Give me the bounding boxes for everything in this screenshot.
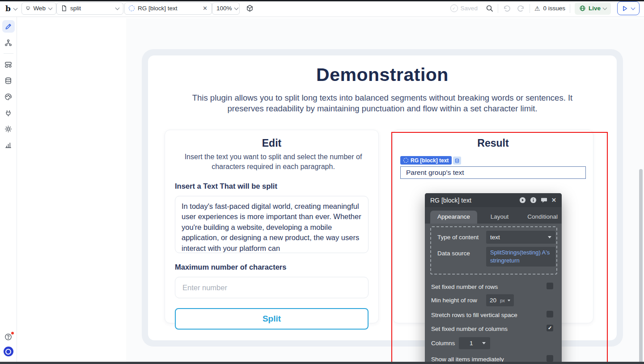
toolbar: b Web split RG [block] text ✕ 100% ✓ Sav… — [0, 0, 644, 17]
caret-down-icon — [482, 342, 486, 344]
data-source-label: Data source — [437, 250, 470, 257]
left-icon-rail — [0, 17, 17, 363]
design-tab-pencil-icon[interactable] — [2, 20, 15, 33]
data-source-field[interactable]: SplitStrings(testing) A's stringreturn — [486, 247, 555, 267]
tab-conditional[interactable]: Conditional — [520, 211, 562, 224]
max-characters-label: Maximum number of characters — [175, 263, 369, 271]
fixed-rows-checkbox[interactable] — [547, 283, 553, 289]
caret-down-icon — [508, 300, 510, 301]
element-tab[interactable]: RG [block] text ✕ — [124, 2, 212, 15]
tab-layout[interactable]: Layout — [483, 211, 516, 224]
inspector-title: RG [block] text — [430, 197, 515, 204]
chevron-down-icon — [48, 5, 52, 10]
page-dropdown[interactable]: split — [56, 2, 123, 15]
columns-select[interactable]: 1 — [459, 337, 490, 349]
columns-label: Columns — [431, 340, 455, 347]
max-characters-input[interactable] — [175, 277, 369, 298]
play-icon — [622, 5, 628, 12]
data-tab-database-icon[interactable] — [2, 74, 15, 87]
close-icon[interactable]: ✕ — [551, 197, 556, 203]
logo-chevron-down-icon[interactable] — [13, 6, 17, 11]
repeating-group-cell[interactable]: Parent group's text — [400, 166, 586, 179]
info-icon[interactable] — [530, 197, 537, 203]
page-icon — [61, 5, 67, 12]
logs-tab-chart-icon[interactable] — [2, 139, 15, 151]
preview-icon[interactable] — [519, 197, 526, 203]
warning-icon: ⚠ — [534, 5, 540, 12]
inspector-tabs: Appearance Layout Conditional — [425, 207, 562, 224]
design-canvas[interactable]: Demonstration This plugin allows you to … — [126, 18, 644, 364]
page-title: Demonstration — [148, 64, 617, 85]
stretch-rows-checkbox[interactable] — [547, 311, 553, 317]
platform-dropdown[interactable]: Web — [21, 2, 56, 15]
fixed-columns-label: Set fixed number of columns — [431, 326, 508, 332]
bubble-logo-icon[interactable]: b — [5, 4, 10, 13]
app-avatar[interactable] — [4, 347, 13, 356]
repeating-group-icon — [403, 158, 408, 163]
caret-down-icon — [548, 236, 551, 238]
selected-element-badges: RG [block] text — [400, 156, 586, 165]
result-card-title: Result — [400, 137, 586, 149]
horizontal-scrollbar[interactable] — [0, 362, 644, 364]
chevron-down-icon — [234, 5, 239, 10]
save-status: ✓ Saved — [450, 4, 478, 12]
chevron-down-icon — [603, 5, 607, 10]
text-input-label: Insert a Text That will be split — [175, 182, 369, 190]
monitor-icon — [26, 5, 30, 12]
notification-dot — [11, 332, 14, 334]
saved-check-icon: ✓ — [450, 4, 458, 12]
undo-button[interactable] — [503, 5, 511, 12]
chevron-down-icon — [631, 5, 636, 10]
canvas-scrollbar[interactable] — [639, 169, 643, 364]
split-text-input[interactable]: In today's fast-paced digital world, cre… — [175, 196, 369, 253]
chevron-down-icon — [115, 5, 119, 10]
split-button[interactable]: Split — [175, 308, 369, 330]
edit-card-description: Insert the text you want to split and se… — [175, 152, 372, 172]
window-chrome-top — [0, 0, 644, 1]
plugins-tab-plug-icon[interactable] — [2, 106, 15, 119]
live-dropdown[interactable]: Live — [575, 2, 611, 15]
edit-card: Edit Insert the text you want to split a… — [165, 130, 379, 323]
globe-icon — [579, 5, 586, 12]
components-tab-icon[interactable] — [2, 58, 15, 71]
database-icon — [455, 158, 459, 163]
component-library-icon[interactable] — [246, 4, 254, 12]
type-of-content-label: Type of content — [437, 234, 479, 241]
comment-icon[interactable] — [541, 197, 547, 203]
styles-tab-palette-icon[interactable] — [2, 90, 15, 103]
page-subtitle: This plugin allows you to split long tex… — [177, 93, 588, 114]
edit-card-title: Edit — [175, 137, 369, 149]
search-icon[interactable] — [486, 4, 493, 12]
show-all-items-checkbox[interactable] — [547, 355, 553, 362]
zoom-dropdown[interactable]: 100% — [212, 2, 240, 15]
min-height-label: Min height of row — [431, 297, 477, 304]
settings-tab-gear-icon[interactable] — [2, 123, 15, 135]
workflow-tab-icon[interactable] — [2, 36, 15, 49]
type-of-content-select[interactable]: text — [486, 231, 555, 244]
data-source-badge[interactable] — [453, 157, 461, 165]
repeating-group-icon — [129, 5, 135, 11]
rg-element-badge[interactable]: RG [block] text — [400, 156, 452, 165]
help-button[interactable] — [2, 330, 15, 343]
min-height-input[interactable]: 20 px — [486, 294, 514, 306]
redo-button[interactable] — [517, 5, 525, 12]
preview-button[interactable] — [617, 1, 640, 15]
issues-button[interactable]: ⚠ 0 issues — [534, 5, 565, 12]
fixed-rows-label: Set fixed number of rows — [431, 284, 498, 290]
element-inspector[interactable]: RG [block] text ✕ Appearance Layout Cond… — [425, 193, 562, 364]
stretch-rows-label: Stretch rows to fill vertical space — [431, 312, 517, 318]
rail-divider — [4, 53, 13, 54]
inspector-header[interactable]: RG [block] text ✕ — [425, 193, 562, 207]
tab-appearance[interactable]: Appearance — [430, 211, 477, 224]
close-tab-icon[interactable]: ✕ — [203, 5, 208, 12]
fixed-columns-checkbox-checked[interactable]: ✓ — [547, 325, 553, 331]
